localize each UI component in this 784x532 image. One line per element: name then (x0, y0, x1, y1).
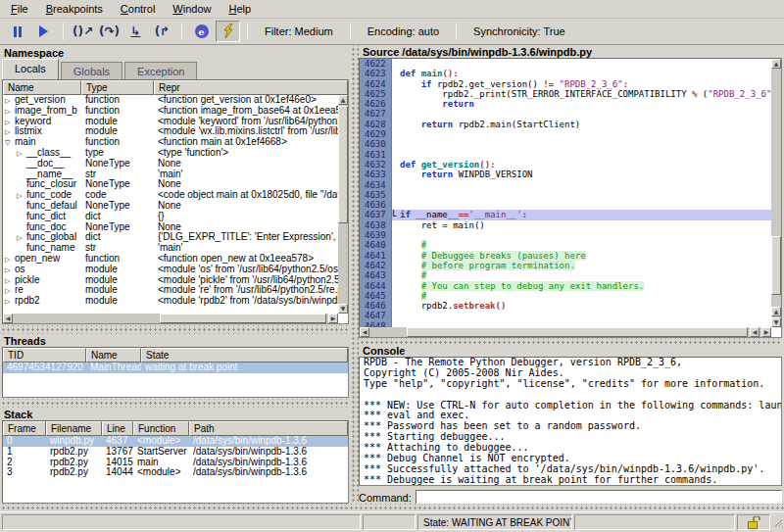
column-header-repr[interactable]: Repr (154, 80, 348, 95)
column-header-type[interactable]: Type (81, 80, 154, 95)
source-line[interactable]: 4634 (360, 180, 771, 190)
line-number[interactable]: 4641 (360, 251, 392, 261)
source-line[interactable]: 4628 return rpdb2.main(StartClient) (360, 120, 771, 129)
tab-exception[interactable]: Exception (124, 62, 197, 79)
source-line[interactable]: 4623def main(): (360, 69, 771, 78)
source-line[interactable]: 4622 (360, 59, 771, 69)
source-line[interactable]: 4642 # before program termination. (360, 261, 771, 270)
expand-arrow-icon[interactable]: ▷ (5, 118, 15, 127)
line-number[interactable]: 4628 (360, 120, 392, 129)
resize-grip[interactable] (772, 515, 783, 529)
line-number[interactable]: 4623 (360, 69, 392, 78)
line-number[interactable]: 4646 (360, 301, 392, 311)
line-number[interactable]: 4627 (360, 109, 392, 119)
line-number[interactable]: 4632 (360, 160, 392, 169)
scrollbar-thumb[interactable] (338, 106, 348, 223)
expand-arrow-icon[interactable]: ▷ (17, 191, 26, 201)
tree-row[interactable]: ▷listmixmodule<module 'wx.lib.mixins.lis… (3, 126, 348, 137)
line-number[interactable]: 4644 (360, 281, 392, 291)
tree-row[interactable]: func_closurNoneTypeNone (3, 179, 348, 190)
synchronicity-button[interactable] (216, 21, 240, 42)
scroll-down-icon[interactable]: ▼ (338, 304, 348, 314)
scroll-left-icon[interactable]: ◀ (360, 327, 369, 337)
tree-row[interactable]: __doc__NoneTypeNone (3, 159, 348, 169)
expand-arrow-icon[interactable]: ▷ (5, 297, 15, 307)
scroll-right-icon[interactable]: ▶ (761, 327, 771, 337)
tree-row[interactable]: ▷func_globaldict{'DLG_EXPR_TITLE': 'Ente… (3, 232, 348, 243)
expand-arrow-icon[interactable]: ▷ (17, 233, 26, 243)
column-header-name[interactable]: Name (86, 348, 141, 363)
source-line[interactable]: 4636 (360, 200, 771, 210)
scroll-left-icon[interactable]: ◀ (750, 327, 760, 337)
line-number[interactable]: 4630 (360, 139, 392, 149)
source-line[interactable]: 4639 (360, 230, 771, 240)
source-line[interactable]: 4641 # Debuggee breaks (pauses) here (360, 251, 771, 261)
namespace-hscrollbar[interactable]: ◀ ▶ (3, 314, 338, 323)
menu-help[interactable]: Help (220, 1, 260, 17)
break-button[interactable] (5, 21, 29, 42)
synchronicity-label[interactable]: Synchronicity: True (463, 25, 576, 37)
source-line[interactable]: 4629 (360, 129, 771, 139)
source-line[interactable]: 4625 rpdb2._print(STR_ERROR_INTERFACE_CO… (360, 89, 771, 99)
tree-row[interactable]: ▷open_newfunction<function open_new at 0… (3, 254, 348, 265)
tree-row[interactable]: func_defaulNoneTypeNone (3, 201, 348, 212)
line-number[interactable]: 4642 (360, 261, 392, 270)
scroll-right-icon[interactable]: ▶ (328, 314, 338, 323)
go-button[interactable] (31, 21, 56, 42)
step-out-button[interactable]: (↱ (150, 21, 174, 42)
source-editor[interactable]: 46224623def main():4624 if rpdb2.get_ver… (359, 58, 782, 338)
source-line[interactable]: 4638 ret = main() (360, 220, 771, 230)
sash-handle[interactable] (350, 45, 359, 504)
source-line[interactable]: 4626 return (360, 99, 771, 109)
tree-row[interactable]: ▷func_codecode<code object main at 0x180… (3, 190, 348, 201)
column-header-state[interactable]: State (141, 348, 348, 363)
menu-file[interactable]: File (2, 1, 37, 17)
line-number[interactable]: 4633 (360, 169, 392, 179)
line-number[interactable]: 4624 (360, 79, 392, 89)
encoding-button[interactable]: e (189, 21, 214, 42)
column-header-line[interactable]: Line (102, 421, 133, 436)
tree-row[interactable]: ▷__class__type<type 'function'> (3, 148, 348, 159)
scrollbar-thumb[interactable] (160, 314, 326, 323)
tab-globals[interactable]: Globals (61, 62, 122, 79)
column-header-name[interactable]: Name (3, 80, 81, 95)
source-line[interactable]: 4635 (360, 190, 771, 200)
console-output[interactable]: RPDB - The Remote Python Debugger, versi… (359, 357, 782, 486)
expand-arrow-icon[interactable]: ▷ (5, 286, 15, 296)
source-line[interactable]: 4646 rpdb2.setbreak() (360, 301, 771, 311)
expand-arrow-icon[interactable]: ▷ (17, 149, 26, 159)
collapse-arrow-icon[interactable]: ▽ (5, 138, 15, 148)
line-number[interactable]: 4629 (360, 129, 392, 139)
tree-row[interactable]: func_dictdict{} (3, 212, 348, 222)
scroll-down-icon[interactable]: ▼ (771, 317, 781, 327)
table-row[interactable]: 1rpdb2.py13767StartServer/data/sys/bin/w… (3, 447, 348, 458)
sash-handle[interactable] (359, 338, 782, 346)
scrollbar-thumb[interactable] (407, 327, 748, 337)
tree-row[interactable]: ▷get_versionfunction<function get_versio… (3, 95, 348, 106)
namespace-vscrollbar[interactable]: ▲ ▼ (338, 95, 348, 314)
expand-arrow-icon[interactable]: ▷ (5, 96, 15, 106)
line-number[interactable]: 4635 (360, 190, 392, 200)
line-number[interactable]: 4626 (360, 99, 392, 109)
line-number[interactable]: 4631 (360, 150, 392, 160)
column-header-frame[interactable]: Frame (3, 421, 46, 436)
step-return-button[interactable]: ↳ (123, 21, 148, 42)
tree-row[interactable]: ▷osmodule<module 'os' from '/usr/lib64/p… (3, 265, 348, 275)
source-code-area[interactable]: 46224623def main():4624 if rpdb2.get_ver… (360, 59, 771, 327)
line-number[interactable]: 4637 (360, 210, 392, 219)
expand-arrow-icon[interactable]: ▷ (5, 255, 15, 265)
source-line[interactable]: 4647 (360, 311, 771, 320)
column-header-path[interactable]: Path (189, 421, 348, 436)
sash-handle[interactable] (0, 504, 784, 511)
scroll-up-icon[interactable]: ▲ (771, 307, 781, 316)
line-number[interactable]: 4647 (360, 311, 392, 320)
source-line[interactable]: 4644 # You can step to debug any exit ha… (360, 281, 771, 291)
source-line[interactable]: 4633 return WINPDB_VERSION (360, 169, 771, 179)
source-line[interactable]: 4624 if rpdb2.get_version() != "RPDB_2_3… (360, 79, 771, 89)
expand-arrow-icon[interactable]: ▷ (5, 276, 15, 286)
source-line[interactable]: 4645 # (360, 291, 771, 301)
line-number[interactable]: 4640 (360, 240, 392, 250)
scroll-up-icon[interactable]: ▲ (771, 59, 781, 69)
source-line[interactable]: 4643 # (360, 270, 771, 280)
tab-locals[interactable]: Locals (2, 59, 59, 79)
